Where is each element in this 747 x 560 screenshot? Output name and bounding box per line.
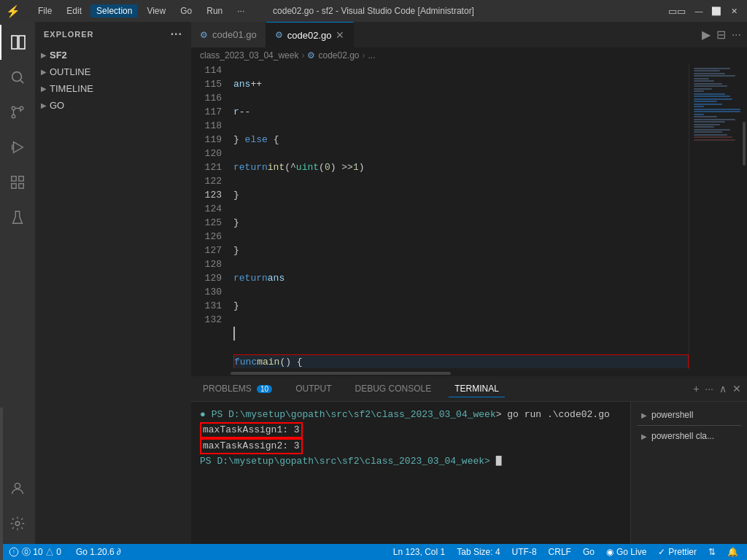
terminal-maximize-icon[interactable]: ∧ bbox=[719, 383, 727, 394]
window-controls: ▭▭ — ⬜ ✕ bbox=[668, 4, 741, 18]
activity-extensions[interactable] bbox=[0, 165, 35, 200]
menu-file[interactable]: File bbox=[32, 4, 58, 18]
sidebar-item-timeline[interactable]: ▶ TIMELINE bbox=[35, 80, 191, 97]
menu-go[interactable]: Go bbox=[174, 4, 198, 18]
status-golive[interactable]: ◉ Go Live bbox=[603, 547, 649, 557]
tab-close-icon[interactable]: ✕ bbox=[336, 29, 344, 41]
status-right: Ln 123, Col 1 Tab Size: 4 UTF-8 CRLF Go … bbox=[390, 547, 741, 557]
code-editor[interactable]: 114 115 116 117 118 119 120 121 122 123 … bbox=[191, 63, 689, 370]
svg-point-4 bbox=[12, 114, 15, 118]
status-position[interactable]: Ln 123, Col 1 bbox=[390, 547, 448, 557]
menu-edit[interactable]: Edit bbox=[61, 4, 88, 18]
activity-account[interactable] bbox=[0, 471, 35, 506]
new-terminal-icon[interactable]: + bbox=[693, 383, 699, 394]
editor-area: ⚙ code01.go ⚙ code02.go ✕ ▶ ⊟ ··· class_… bbox=[191, 22, 747, 544]
code-line-123 bbox=[233, 327, 689, 341]
status-go-version[interactable]: Go 1.20.6 ∂ bbox=[73, 544, 124, 560]
svg-point-11 bbox=[15, 483, 20, 489]
terminal-line-4: PS D:\mysetup\gopath\src\sf2\class_2023_… bbox=[200, 454, 622, 469]
sidebar-item-go[interactable]: ▶ GO bbox=[35, 97, 191, 114]
sidebar-more-icon[interactable]: ··· bbox=[171, 28, 182, 41]
titlebar: ⚡ File Edit Selection View Go Run ··· co… bbox=[0, 0, 747, 22]
golive-icon: ◉ bbox=[606, 547, 614, 557]
terminal-instance-powershell2[interactable]: ▶ powershell cla... bbox=[637, 429, 741, 443]
tab-debug-console[interactable]: DEBUG CONSOLE bbox=[349, 381, 438, 397]
terminal-panel: PROBLEMS 10 OUTPUT DEBUG CONSOLE TERMINA… bbox=[191, 376, 747, 544]
status-prettier[interactable]: ✓ Prettier bbox=[655, 547, 700, 557]
terminal-powershell2-label: powershell cla... bbox=[651, 431, 714, 441]
problems-badge: 10 bbox=[257, 385, 272, 393]
status-encoding[interactable]: UTF-8 bbox=[509, 547, 540, 557]
tab-terminal[interactable]: TERMINAL bbox=[449, 381, 505, 397]
status-notifications[interactable]: 🔔 bbox=[724, 547, 741, 557]
code-line-124: func main() { bbox=[233, 354, 689, 368]
terminal-line-3: maxTaskAssign2: 3 bbox=[200, 438, 622, 454]
horizontal-scrollbar[interactable] bbox=[191, 370, 747, 376]
sidebar-item-sf2[interactable]: ▶ SF2 bbox=[35, 47, 191, 63]
code-line-119: } bbox=[233, 216, 689, 230]
breadcrumb-file-icon: ⚙ bbox=[307, 50, 315, 61]
breadcrumb-sep1: › bbox=[301, 50, 304, 61]
status-sync[interactable]: ⇅ bbox=[705, 547, 719, 557]
svg-rect-10 bbox=[19, 184, 23, 188]
go-file-icon: ⚙ bbox=[200, 30, 208, 40]
tab-problems[interactable]: PROBLEMS 10 bbox=[197, 381, 278, 397]
code-line-118: } bbox=[233, 188, 689, 202]
code-line-114: ans++ bbox=[233, 77, 689, 91]
tab-bar: ⚙ code01.go ⚙ code02.go ✕ ▶ ⊟ ··· bbox=[191, 22, 747, 47]
language-text: Go bbox=[583, 547, 595, 557]
minimize-button[interactable]: — bbox=[692, 4, 706, 18]
go-version-text: Go 1.20.6 ∂ bbox=[76, 547, 121, 557]
line-ending-text: CRLF bbox=[549, 547, 571, 557]
code-content[interactable]: ans++ r-- } else { return int(^uint(0) >… bbox=[228, 63, 689, 370]
terminal-output[interactable]: ● PS D:\mysetup\gopath\src\sf2\class_202… bbox=[191, 402, 630, 544]
menu-selection[interactable]: Selection bbox=[90, 4, 138, 18]
sidebar-outline-label: OUTLINE bbox=[50, 66, 90, 77]
terminal-prompt-2: PS D:\mysetup\gopath\src\sf2\class_2023_… bbox=[200, 456, 496, 467]
golive-text: Go Live bbox=[616, 547, 646, 557]
run-button[interactable]: ▶ bbox=[702, 28, 711, 42]
sidebar-title: EXPLORER bbox=[44, 30, 94, 39]
terminal-close-icon[interactable]: ✕ bbox=[732, 383, 741, 394]
terminal-instance-powershell[interactable]: ▶ powershell bbox=[637, 408, 741, 422]
activity-settings[interactable] bbox=[0, 506, 35, 541]
svg-marker-5 bbox=[14, 142, 23, 153]
sidebar-item-outline[interactable]: ▶ OUTLINE bbox=[35, 63, 191, 80]
status-line-ending[interactable]: CRLF bbox=[546, 547, 574, 557]
breadcrumb-file[interactable]: code02.go bbox=[318, 50, 359, 61]
activity-flask[interactable] bbox=[0, 200, 35, 235]
chevron-icon: ▶ bbox=[41, 101, 47, 109]
terminal-prompt-text: PS D:\mysetup\gopath\src\sf2\class_2023_… bbox=[212, 409, 496, 420]
terminal-icon-2: ▶ bbox=[641, 432, 647, 440]
code-line-115: r-- bbox=[233, 105, 689, 119]
svg-point-0 bbox=[12, 72, 22, 82]
terminal-content: ● PS D:\mysetup\gopath\src\sf2\class_202… bbox=[191, 402, 747, 544]
output-line-2: maxTaskAssign2: 3 bbox=[200, 438, 303, 454]
tab-code02[interactable]: ⚙ code02.go ✕ bbox=[266, 22, 355, 47]
code-line-120: } bbox=[233, 244, 689, 257]
status-errors[interactable]: ! ⓪ 10 △ 0 bbox=[6, 544, 64, 560]
terminal-line-1: ● PS D:\mysetup\gopath\src\sf2\class_202… bbox=[200, 408, 622, 422]
status-language[interactable]: Go bbox=[580, 547, 597, 557]
menu-run[interactable]: Run bbox=[201, 4, 228, 18]
titlebar-left: ⚡ File Edit Selection View Go Run ··· bbox=[6, 4, 250, 18]
activity-source-control[interactable] bbox=[0, 95, 35, 130]
tab-code01[interactable]: ⚙ code01.go bbox=[191, 22, 266, 47]
split-editor-icon[interactable]: ⊟ bbox=[716, 28, 726, 42]
maximize-button[interactable]: ⬜ bbox=[709, 4, 724, 18]
terminal-more-icon[interactable]: ··· bbox=[705, 383, 713, 394]
tab-more-icon[interactable]: ··· bbox=[732, 28, 741, 42]
activity-explorer[interactable] bbox=[0, 25, 35, 60]
prettier-text: Prettier bbox=[668, 547, 697, 557]
code-line-116: } else { bbox=[233, 133, 689, 147]
activity-search[interactable] bbox=[0, 60, 35, 95]
status-tab-size[interactable]: Tab Size: 4 bbox=[454, 547, 503, 557]
menu-view[interactable]: View bbox=[141, 4, 171, 18]
status-errors-text: ⓪ 10 △ 0 bbox=[22, 546, 61, 559]
breadcrumb-symbol[interactable]: ... bbox=[368, 50, 376, 61]
activity-run-debug[interactable] bbox=[0, 130, 35, 165]
menu-more[interactable]: ··· bbox=[231, 4, 250, 18]
tab-output[interactable]: OUTPUT bbox=[290, 381, 337, 397]
close-button[interactable]: ✕ bbox=[727, 4, 741, 18]
breadcrumb-week[interactable]: class_2023_03_04_week bbox=[200, 50, 298, 61]
